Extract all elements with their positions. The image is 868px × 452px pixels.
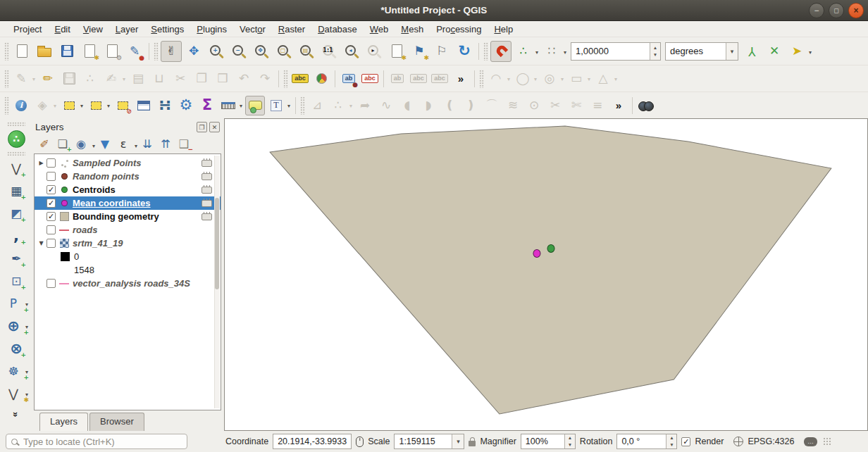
menu-web[interactable]: Web [364,23,395,36]
new-map-view-button[interactable]: ✱ [386,41,407,62]
map-canvas[interactable] [224,118,868,431]
add-vector-layer-button[interactable]: ⋁+ [6,158,27,179]
menu-settings[interactable]: Settings [144,23,190,36]
new-spatial-bookmark-button[interactable]: ⚑✱ [409,41,430,62]
identify-features-button[interactable]: i [11,96,31,115]
menu-processing[interactable]: Processing [430,23,488,36]
collapse-all-button[interactable]: ⇈ [156,136,175,153]
new-geopackage-layer-button[interactable]: ⋁✱▾ [3,383,30,404]
toggle-editing-button[interactable]: ✏ [38,69,58,89]
layer-row-sampled-points[interactable]: ▶Sampled Points [35,156,221,170]
measure-button[interactable]: ▾ [218,96,244,115]
menu-view[interactable]: View [77,23,109,36]
add-delimited-text-layer-button[interactable]: ,+ [6,225,27,246]
style-manager-button[interactable]: ✎● [124,41,145,62]
toolbar-drag-handle[interactable] [283,70,288,88]
mouse-position-toggle-icon[interactable] [356,437,364,447]
snapping-tolerance-spinbox-steppers[interactable]: ▲▼ [650,43,660,60]
enable-snapping-button[interactable] [490,41,512,62]
enable-tracing-button[interactable]: ➤▾ [786,41,813,62]
layer-row-1548[interactable]: 1548 [35,263,221,277]
magnifier-steppers[interactable]: ▲▼ [564,434,575,448]
field-calculator-button[interactable]: ∺ [155,96,175,115]
pan-to-selection-button[interactable]: ✥ [183,41,204,62]
title-bar[interactable]: *Untitled Project - QGIS − ◻ × [0,0,868,21]
layer-row-roads[interactable]: roads [35,223,221,237]
pin-labels-button[interactable]: ab● [339,69,359,89]
rotation-spinbox[interactable]: 0,0 ° ▲▼ [616,434,677,449]
zoom-full-button[interactable]: ✥ [251,41,272,62]
crs-globe-icon[interactable] [733,437,743,446]
toolbar-drag-handle[interactable] [300,96,305,115]
snapping-mode-button[interactable]: ∴▾ [513,41,540,62]
add-raster-layer-button[interactable]: ▦+ [6,180,27,201]
manage-map-themes-button[interactable]: ◉▾ [72,136,96,153]
menu-layer[interactable]: Layer [109,23,145,36]
layer-row-mean-coordinates[interactable]: ✓Mean coordinates [35,196,221,210]
zoom-out-button[interactable]: − [228,41,249,62]
minimize-button[interactable]: − [809,3,824,18]
menu-vector[interactable]: Vector [233,23,272,36]
layer-checkbox[interactable] [46,225,56,234]
layer-checkbox[interactable]: ✓ [46,212,56,221]
refresh-map-button[interactable]: ↻ [454,41,475,62]
layer-row-srtm-41-19[interactable]: ▼srtm_41_19 [35,237,221,250]
layer-checkbox[interactable] [46,239,56,248]
save-project-button[interactable] [56,41,78,62]
layer-checkbox[interactable]: ✓ [46,185,56,194]
snapping-tolerance-spinbox[interactable]: 1,00000▲▼ [571,42,661,61]
messages-icon[interactable]: … [804,437,817,446]
layer-row-0[interactable]: 0 [35,250,221,263]
metasearch-button[interactable] [636,96,656,115]
layer-row-bounding-geometry[interactable]: ✓Bounding geometry [35,210,221,223]
open-project-button[interactable] [34,41,55,62]
layer-labeling-button[interactable]: abc [290,69,310,89]
select-features-by-value-button[interactable]: ▾ [86,96,111,115]
show-layout-manager-button[interactable]: ⚙ [101,41,123,62]
toolbar-drag-handle[interactable] [154,42,159,61]
locate-bar[interactable] [6,434,187,449]
chevron-down-icon[interactable]: ▾ [726,43,738,60]
zoom-to-layer-button[interactable]: ▤ [296,41,317,62]
toolbar-drag-handle[interactable] [4,42,9,61]
menu-edit[interactable]: Edit [48,23,76,36]
locate-input[interactable] [22,436,182,448]
processing-toolbox-button[interactable]: ⚙ [176,96,196,115]
layer-row-random-points[interactable]: Random points [35,170,221,183]
add-group-button[interactable]: ❏+ [54,136,72,153]
add-wms-layer-button[interactable]: ⊕+▾ [3,315,30,337]
menu-project[interactable]: Project [7,23,48,36]
tab-layers[interactable]: Layers [39,413,88,431]
panel-close-button[interactable]: ✕ [209,122,220,132]
layer-row-vector-analysis-roads-34s[interactable]: vector_analysis roads_34S [35,277,221,290]
toolbar-drag-handle[interactable] [4,96,9,115]
lock-scale-icon[interactable] [469,441,476,446]
labeling-overflow-button[interactable]: » [451,69,471,89]
layer-checkbox[interactable]: ✓ [46,199,56,208]
show-spatial-bookmarks-button[interactable]: ⚐ [431,41,452,62]
menu-help[interactable]: Help [488,23,519,36]
topological-editing-button[interactable]: Y [741,41,762,62]
add-virtual-layer-button[interactable]: ⊡+ [6,270,27,291]
snapping-units-combobox[interactable]: degrees▾ [665,42,738,61]
panel-float-button[interactable]: ❐ [197,122,207,132]
new-project-button[interactable] [11,41,32,62]
close-button[interactable]: × [848,3,864,18]
data-source-manager-button[interactable]: ∴ [6,128,27,149]
toolbar-drag-handle[interactable] [479,70,484,88]
menu-raster[interactable]: Raster [272,23,311,36]
open-attribute-table-button[interactable] [134,96,154,115]
map-tips-button[interactable] [245,96,265,115]
toolbar-drag-handle[interactable] [4,70,9,88]
pan-map-button[interactable]: ✌ [161,41,182,62]
menu-plugins[interactable]: Plugins [190,23,233,36]
layer-checkbox[interactable] [46,172,56,181]
maximize-button[interactable]: ◻ [829,3,844,18]
coordinate-field[interactable] [273,434,352,449]
add-spatialite-layer-button[interactable]: ✒+ [6,248,27,269]
toolbar-drag-handle[interactable] [7,151,25,156]
zoom-last-button[interactable]: ◂ [341,41,362,62]
toolbar-drag-handle[interactable] [483,42,488,61]
open-layer-styling-button[interactable]: ✐ [35,136,54,153]
menu-database[interactable]: Database [311,23,364,36]
